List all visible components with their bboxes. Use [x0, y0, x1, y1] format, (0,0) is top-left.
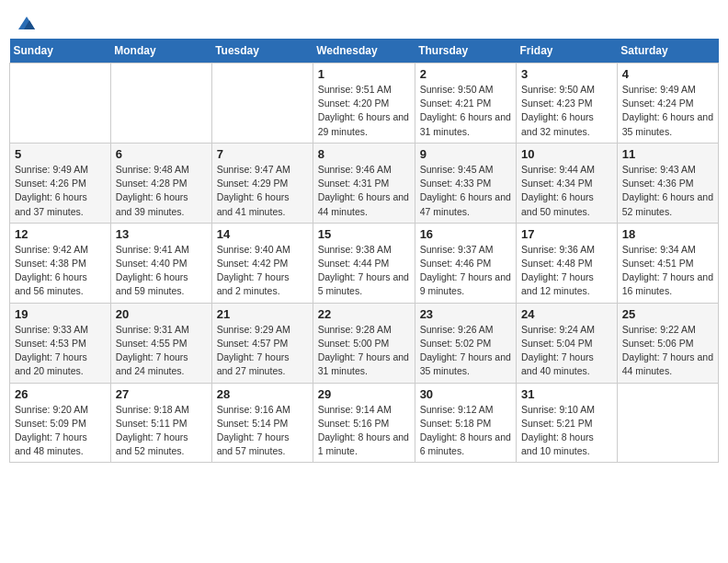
day-info: Sunrise: 9:49 AMSunset: 4:26 PMDaylight:…	[15, 163, 106, 219]
calendar-cell: 17Sunrise: 9:36 AMSunset: 4:48 PMDayligh…	[516, 223, 617, 303]
day-number: 20	[116, 307, 207, 321]
day-number: 16	[420, 227, 511, 241]
day-info: Sunrise: 9:29 AMSunset: 4:57 PMDaylight:…	[217, 323, 308, 379]
day-info: Sunrise: 9:48 AMSunset: 4:28 PMDaylight:…	[116, 163, 207, 219]
day-info: Sunrise: 9:12 AMSunset: 5:18 PMDaylight:…	[420, 403, 511, 459]
calendar-cell: 13Sunrise: 9:41 AMSunset: 4:40 PMDayligh…	[110, 223, 211, 303]
calendar-cell: 11Sunrise: 9:43 AMSunset: 4:36 PMDayligh…	[617, 143, 718, 223]
day-number: 31	[521, 387, 612, 401]
weekday-header-thursday: Thursday	[415, 39, 516, 63]
header	[9, 9, 719, 31]
calendar-cell: 5Sunrise: 9:49 AMSunset: 4:26 PMDaylight…	[10, 143, 111, 223]
day-info: Sunrise: 9:14 AMSunset: 5:16 PMDaylight:…	[318, 403, 410, 459]
logo-icon	[17, 13, 37, 33]
day-info: Sunrise: 9:47 AMSunset: 4:29 PMDaylight:…	[217, 163, 308, 219]
calendar-cell: 31Sunrise: 9:10 AMSunset: 5:21 PMDayligh…	[516, 383, 617, 463]
calendar-cell: 25Sunrise: 9:22 AMSunset: 5:06 PMDayligh…	[617, 303, 718, 383]
day-number: 17	[521, 227, 612, 241]
day-number: 7	[217, 147, 308, 161]
day-info: Sunrise: 9:45 AMSunset: 4:33 PMDaylight:…	[420, 163, 511, 219]
weekday-header-monday: Monday	[110, 39, 211, 63]
day-number: 2	[420, 67, 511, 81]
calendar-cell	[110, 63, 211, 144]
calendar-cell: 19Sunrise: 9:33 AMSunset: 4:53 PMDayligh…	[10, 303, 111, 383]
day-number: 29	[318, 387, 410, 401]
day-number: 5	[15, 147, 106, 161]
day-info: Sunrise: 9:33 AMSunset: 4:53 PMDaylight:…	[15, 323, 106, 379]
calendar-cell: 16Sunrise: 9:37 AMSunset: 4:46 PMDayligh…	[415, 223, 516, 303]
day-info: Sunrise: 9:46 AMSunset: 4:31 PMDaylight:…	[318, 163, 410, 219]
day-info: Sunrise: 9:22 AMSunset: 5:06 PMDaylight:…	[622, 323, 713, 379]
week-row-3: 12Sunrise: 9:42 AMSunset: 4:38 PMDayligh…	[10, 223, 719, 303]
day-info: Sunrise: 9:38 AMSunset: 4:44 PMDaylight:…	[318, 243, 410, 299]
weekday-header-tuesday: Tuesday	[211, 39, 313, 63]
week-row-5: 26Sunrise: 9:20 AMSunset: 5:09 PMDayligh…	[10, 383, 719, 463]
day-number: 6	[116, 147, 207, 161]
calendar-cell: 12Sunrise: 9:42 AMSunset: 4:38 PMDayligh…	[10, 223, 111, 303]
calendar-cell: 30Sunrise: 9:12 AMSunset: 5:18 PMDayligh…	[415, 383, 516, 463]
day-info: Sunrise: 9:50 AMSunset: 4:21 PMDaylight:…	[420, 83, 511, 139]
day-number: 4	[622, 67, 713, 81]
day-number: 14	[217, 227, 308, 241]
day-info: Sunrise: 9:40 AMSunset: 4:42 PMDaylight:…	[217, 243, 308, 299]
calendar-cell: 26Sunrise: 9:20 AMSunset: 5:09 PMDayligh…	[10, 383, 111, 463]
day-number: 3	[521, 67, 612, 81]
calendar-cell: 3Sunrise: 9:50 AMSunset: 4:23 PMDaylight…	[516, 63, 617, 144]
calendar-cell: 20Sunrise: 9:31 AMSunset: 4:55 PMDayligh…	[110, 303, 211, 383]
calendar-cell: 22Sunrise: 9:28 AMSunset: 5:00 PMDayligh…	[313, 303, 415, 383]
day-number: 22	[318, 307, 410, 321]
day-number: 30	[420, 387, 511, 401]
day-info: Sunrise: 9:31 AMSunset: 4:55 PMDaylight:…	[116, 323, 207, 379]
calendar-cell: 14Sunrise: 9:40 AMSunset: 4:42 PMDayligh…	[211, 223, 313, 303]
day-number: 27	[116, 387, 207, 401]
calendar-cell: 2Sunrise: 9:50 AMSunset: 4:21 PMDaylight…	[415, 63, 516, 144]
day-info: Sunrise: 9:28 AMSunset: 5:00 PMDaylight:…	[318, 323, 410, 379]
calendar-cell: 15Sunrise: 9:38 AMSunset: 4:44 PMDayligh…	[313, 223, 415, 303]
day-number: 10	[521, 147, 612, 161]
day-number: 8	[318, 147, 410, 161]
day-info: Sunrise: 9:50 AMSunset: 4:23 PMDaylight:…	[521, 83, 612, 139]
week-row-1: 1Sunrise: 9:51 AMSunset: 4:20 PMDaylight…	[10, 63, 719, 144]
calendar-cell	[10, 63, 111, 144]
calendar-cell	[617, 383, 718, 463]
calendar-cell	[211, 63, 313, 144]
day-number: 25	[622, 307, 713, 321]
weekday-header-wednesday: Wednesday	[313, 39, 415, 63]
calendar-cell: 7Sunrise: 9:47 AMSunset: 4:29 PMDaylight…	[211, 143, 313, 223]
day-info: Sunrise: 9:26 AMSunset: 5:02 PMDaylight:…	[420, 323, 511, 379]
calendar-cell: 21Sunrise: 9:29 AMSunset: 4:57 PMDayligh…	[211, 303, 313, 383]
day-info: Sunrise: 9:18 AMSunset: 5:11 PMDaylight:…	[116, 403, 207, 459]
calendar-cell: 28Sunrise: 9:16 AMSunset: 5:14 PMDayligh…	[211, 383, 313, 463]
day-number: 9	[420, 147, 511, 161]
day-number: 18	[622, 227, 713, 241]
calendar-cell: 4Sunrise: 9:49 AMSunset: 4:24 PMDaylight…	[617, 63, 718, 144]
day-number: 12	[15, 227, 106, 241]
day-info: Sunrise: 9:34 AMSunset: 4:51 PMDaylight:…	[622, 243, 713, 299]
day-info: Sunrise: 9:49 AMSunset: 4:24 PMDaylight:…	[622, 83, 713, 139]
day-info: Sunrise: 9:10 AMSunset: 5:21 PMDaylight:…	[521, 403, 612, 459]
day-number: 26	[15, 387, 106, 401]
day-info: Sunrise: 9:51 AMSunset: 4:20 PMDaylight:…	[318, 83, 410, 139]
calendar-cell: 18Sunrise: 9:34 AMSunset: 4:51 PMDayligh…	[617, 223, 718, 303]
day-info: Sunrise: 9:36 AMSunset: 4:48 PMDaylight:…	[521, 243, 612, 299]
day-number: 1	[318, 67, 410, 81]
week-row-4: 19Sunrise: 9:33 AMSunset: 4:53 PMDayligh…	[10, 303, 719, 383]
weekday-header-friday: Friday	[516, 39, 617, 63]
calendar-cell: 23Sunrise: 9:26 AMSunset: 5:02 PMDayligh…	[415, 303, 516, 383]
calendar-cell: 8Sunrise: 9:46 AMSunset: 4:31 PMDaylight…	[313, 143, 415, 223]
day-info: Sunrise: 9:44 AMSunset: 4:34 PMDaylight:…	[521, 163, 612, 219]
weekday-header-row: SundayMondayTuesdayWednesdayThursdayFrid…	[10, 39, 719, 63]
calendar-cell: 27Sunrise: 9:18 AMSunset: 5:11 PMDayligh…	[110, 383, 211, 463]
day-number: 23	[420, 307, 511, 321]
day-info: Sunrise: 9:37 AMSunset: 4:46 PMDaylight:…	[420, 243, 511, 299]
day-info: Sunrise: 9:20 AMSunset: 5:09 PMDaylight:…	[15, 403, 106, 459]
weekday-header-saturday: Saturday	[617, 39, 718, 63]
day-info: Sunrise: 9:41 AMSunset: 4:40 PMDaylight:…	[116, 243, 207, 299]
calendar-cell: 24Sunrise: 9:24 AMSunset: 5:04 PMDayligh…	[516, 303, 617, 383]
day-info: Sunrise: 9:42 AMSunset: 4:38 PMDaylight:…	[15, 243, 106, 299]
calendar-cell: 29Sunrise: 9:14 AMSunset: 5:16 PMDayligh…	[313, 383, 415, 463]
day-info: Sunrise: 9:16 AMSunset: 5:14 PMDaylight:…	[217, 403, 308, 459]
day-number: 11	[622, 147, 713, 161]
calendar-cell: 1Sunrise: 9:51 AMSunset: 4:20 PMDaylight…	[313, 63, 415, 144]
calendar-cell: 6Sunrise: 9:48 AMSunset: 4:28 PMDaylight…	[110, 143, 211, 223]
